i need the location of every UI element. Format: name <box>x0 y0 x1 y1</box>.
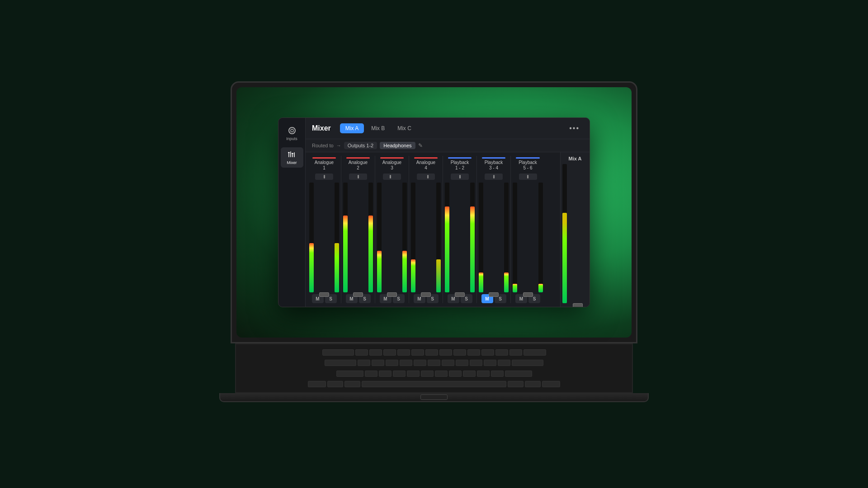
sidebar-item-mixer[interactable]: Mixer <box>281 147 303 168</box>
channel-2-vu-left-fill <box>343 216 348 292</box>
channel-6-vu-left-fill <box>479 272 483 292</box>
channels-container: Analogue1 <box>306 152 560 307</box>
key-m <box>449 371 462 377</box>
channel-2-vu-right-fill <box>368 216 373 292</box>
mixer-area: Analogue1 <box>306 152 590 307</box>
key-z <box>365 371 377 377</box>
header: Mixer Mix A Mix B Mix C ••• <box>306 118 590 139</box>
channel-7-vu-left-fill <box>513 284 517 292</box>
channel-6-pan-knob[interactable] <box>485 174 503 180</box>
key-x <box>379 371 392 377</box>
channel-7-fader-thumb[interactable] <box>523 292 533 297</box>
svg-rect-2 <box>288 153 289 157</box>
channel-4-vu-right-fill <box>436 259 441 292</box>
svg-point-0 <box>289 127 295 134</box>
key-a <box>358 360 370 366</box>
key-shift-l <box>336 371 363 377</box>
route-chip-headphones[interactable]: Headphones <box>380 142 415 149</box>
key-l <box>470 360 482 366</box>
svg-rect-9 <box>292 153 293 154</box>
key-v <box>407 371 420 377</box>
channel-4-name: Analogue4 <box>411 160 441 171</box>
mixer-label: Mixer <box>287 160 297 165</box>
laptop-base <box>219 393 649 402</box>
channel-5-vu-left <box>445 183 449 292</box>
channel-6-vu-right-fill <box>504 272 509 292</box>
channel-2-fader-thumb[interactable] <box>353 292 363 297</box>
channel-1-fader-thumb[interactable] <box>319 292 329 297</box>
channel-4-fader-thumb[interactable] <box>421 292 431 297</box>
channel-2-pan-knob[interactable] <box>349 174 367 180</box>
key-i <box>453 349 466 356</box>
tab-mix-a[interactable]: Mix A <box>340 123 364 133</box>
key-rbracket <box>509 349 522 356</box>
channel-5-header: Playback1 - 2 <box>445 156 475 171</box>
key-g <box>414 360 426 366</box>
channel-7-vu-left <box>513 183 517 292</box>
channel-1-pan-knob[interactable] <box>315 174 333 180</box>
channel-analogue-4: Analogue4 <box>409 156 443 303</box>
key-s <box>372 360 384 366</box>
trackpad[interactable] <box>420 394 448 400</box>
channel-6-name: Playback3 - 4 <box>479 160 509 171</box>
channel-1-vu-right <box>335 183 339 292</box>
key-semicolon <box>484 360 496 366</box>
channel-playback-5-6: Playback5 - 6 <box>511 156 545 303</box>
channel-2-type-bar <box>346 157 370 159</box>
tab-mix-b[interactable]: Mix B <box>366 123 390 133</box>
route-chip-outputs[interactable]: Outputs 1-2 <box>344 142 377 149</box>
channel-5-pan-indicator <box>459 175 461 178</box>
edit-route-icon[interactable]: ✎ <box>418 142 423 149</box>
channel-6-fader-thumb[interactable] <box>489 292 499 297</box>
key-period <box>477 371 490 377</box>
channel-7-vu-right-fill <box>538 284 543 292</box>
channel-3-pan-indicator <box>390 175 391 178</box>
master-label: Mix A <box>569 156 582 161</box>
more-button[interactable]: ••• <box>566 122 583 134</box>
channel-3-fader-thumb[interactable] <box>387 292 397 297</box>
master-vu-left-fill <box>562 213 567 303</box>
channel-5-name: Playback1 - 2 <box>445 160 475 171</box>
key-t <box>411 349 424 356</box>
main-content: Mixer Mix A Mix B Mix C ••• Routed to → … <box>306 118 590 307</box>
svg-point-1 <box>291 129 293 132</box>
key-w <box>369 349 382 356</box>
channel-4-vu-right <box>436 183 441 292</box>
channel-7-vu-right <box>538 183 543 292</box>
key-slash <box>491 371 504 377</box>
key-f <box>400 360 412 366</box>
route-arrow: → <box>336 143 341 148</box>
channel-6-vu-left <box>479 183 483 292</box>
channel-2-vu-right <box>368 183 373 292</box>
channel-7-pan-knob[interactable] <box>519 174 537 180</box>
channel-5-pan-knob[interactable] <box>451 174 469 180</box>
channel-5-fader-thumb[interactable] <box>455 292 465 297</box>
key-comma <box>463 371 476 377</box>
master-channel: Mix A <box>560 152 590 307</box>
key-backslash <box>524 349 546 356</box>
channel-4-type-bar <box>414 157 438 159</box>
channel-5-fader-wrapper <box>445 183 475 292</box>
key-row-3 <box>240 371 628 377</box>
channel-4-pan-knob[interactable] <box>417 174 435 180</box>
channel-2-name: Analogue2 <box>343 160 373 171</box>
channel-3-pan <box>377 174 407 180</box>
channel-7-fader-area <box>513 183 543 292</box>
channel-5-vu-left-fill <box>445 206 449 292</box>
channel-3-fader-area <box>377 183 407 292</box>
channel-4-fader-area <box>411 183 441 292</box>
channel-3-vu-right-fill <box>402 251 407 292</box>
sidebar: Inputs <box>278 118 306 307</box>
channel-playback-1-2: Playback1 - 2 <box>443 156 477 303</box>
channel-3-pan-knob[interactable] <box>383 174 401 180</box>
mixer-icon <box>288 150 297 159</box>
channel-6-header: Playback3 - 4 <box>479 156 509 171</box>
channel-2-vu-left <box>343 183 348 292</box>
master-fader-thumb[interactable] <box>573 303 583 307</box>
channel-playback-3-4: Playback3 - 4 <box>477 156 511 303</box>
key-h <box>428 360 440 366</box>
channel-analogue-2: Analogue2 <box>341 156 375 303</box>
laptop-screen: Inputs <box>231 81 637 343</box>
sidebar-item-inputs[interactable]: Inputs <box>281 123 303 144</box>
tab-mix-c[interactable]: Mix C <box>392 123 417 133</box>
